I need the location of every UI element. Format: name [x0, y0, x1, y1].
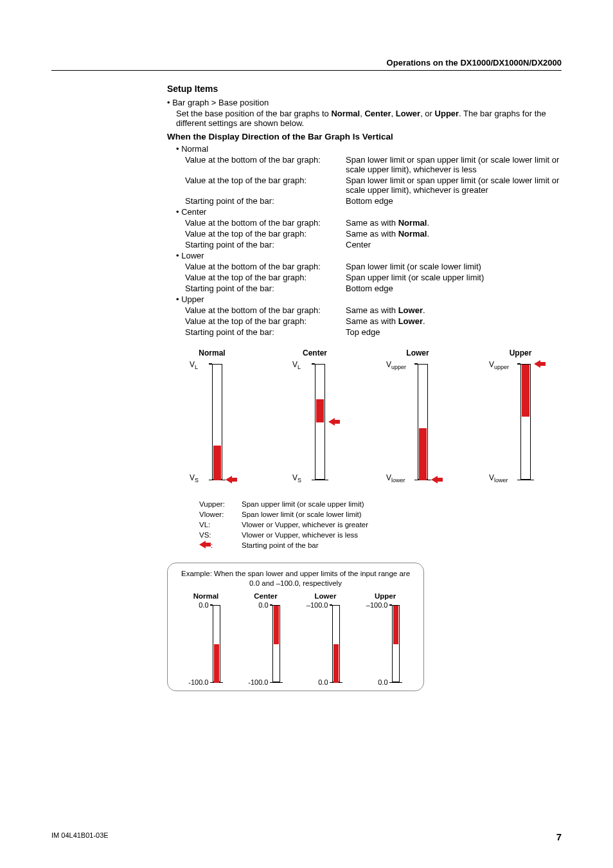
- legend-row: Vupper:Span upper limit (or scale upper …: [199, 499, 562, 509]
- bar-diagrams: NormalVLVSCenterVLVSLowerVupperVlowerUpp…: [167, 348, 562, 480]
- axis-top-label: VL: [292, 360, 301, 370]
- val-bold: Lower: [398, 305, 423, 315]
- example-bottom-label: -100.0: [187, 678, 209, 686]
- bar-outline: [520, 364, 531, 480]
- kv-val: Same as with Lower.: [346, 316, 562, 326]
- val-bold: Normal: [398, 229, 427, 239]
- kv-row: Value at the bottom of the bar graph:Spa…: [167, 155, 562, 174]
- start-arrow-icon: [226, 476, 237, 484]
- bar-diagram: NormalVLVS: [173, 348, 251, 480]
- diagram-body: VupperVlower: [498, 364, 543, 480]
- sep-2: ,: [391, 109, 396, 118]
- legend-key: Vupper:: [199, 499, 242, 509]
- axis-top-label: VL: [190, 360, 198, 370]
- legend-row: :Starting point of the bar: [199, 540, 562, 551]
- content-area: Setup Items Bar graph > Base position Se…: [51, 84, 562, 691]
- val-pre: Same as with: [346, 218, 398, 228]
- kv-row: Value at the top of the bar graph:Same a…: [167, 229, 562, 239]
- val-post: .: [427, 218, 429, 228]
- desc-part-1: Set the base position of the bar graphs …: [176, 109, 331, 118]
- bar-fill: [419, 428, 427, 480]
- setup-item-label: Bar graph > Base position: [167, 98, 562, 107]
- kv-row: Value at the top of the bar graph:Same a…: [167, 316, 562, 326]
- legend-val: Vlower or Vupper, whichever is greater: [242, 520, 368, 530]
- svg-marker-2: [431, 476, 443, 484]
- axis-bottom-label: Vlower: [386, 473, 405, 484]
- footer-doc-id: IM 04L41B01-03E: [51, 831, 109, 842]
- example-bottom-label: 0.0: [366, 678, 388, 686]
- kv-key: Value at the top of the bar graph:: [185, 316, 346, 326]
- legend: Vupper:Span upper limit (or scale upper …: [167, 499, 562, 551]
- svg-marker-4: [199, 541, 211, 548]
- kv-val: Same as with Normal.: [346, 229, 562, 239]
- kv-row: Starting point of the bar:Center: [167, 240, 562, 249]
- kv-key: Value at the top of the bar graph:: [185, 229, 346, 239]
- legend-key: VS:: [199, 530, 242, 540]
- val-post: .: [423, 305, 425, 315]
- mode-center-label: Center: [167, 207, 562, 217]
- opt-center: Center: [364, 109, 391, 118]
- kv-key: Value at the bottom of the bar graph:: [185, 218, 346, 228]
- kv-val: Span lower limit (or scale lower limit): [346, 262, 562, 271]
- bar-diagram: LowerVupperVlower: [379, 348, 456, 480]
- diagram-title: Normal: [199, 348, 225, 357]
- example-top-label: 0.0: [247, 601, 269, 609]
- diagram-title: Upper: [510, 348, 532, 357]
- kv-row: Value at the bottom of the bar graph:Sam…: [167, 218, 562, 228]
- bar-outline: [272, 605, 280, 682]
- kv-key: Starting point of the bar:: [185, 327, 346, 337]
- bar-outline: [332, 605, 340, 682]
- kv-val: Same as with Normal.: [346, 218, 562, 228]
- example-title: Example: When the span lower and upper l…: [176, 569, 415, 588]
- bar-fill: [316, 399, 324, 422]
- val-bold: Lower: [398, 316, 423, 326]
- kv-val: Center: [346, 240, 562, 249]
- section-title: Setup Items: [167, 84, 562, 94]
- val-post: .: [423, 316, 425, 326]
- footer-page-number: 7: [556, 831, 562, 842]
- example-column: Normal0.0-100.0: [181, 592, 232, 682]
- kv-row: Starting point of the bar:Top edge: [167, 327, 562, 337]
- bar-fill: [274, 606, 279, 644]
- bar-outline: [315, 364, 325, 480]
- kv-key: Value at the bottom of the bar graph:: [185, 262, 346, 271]
- kv-val: Top edge: [346, 327, 562, 337]
- kv-key: Value at the top of the bar graph:: [185, 273, 346, 282]
- example-col-title: Lower: [315, 592, 337, 600]
- page-header: Operations on the DX1000/DX1000N/DX2000: [51, 58, 562, 71]
- example-bottom-label: -100.0: [247, 678, 269, 686]
- bar-fill: [522, 365, 529, 417]
- bar-diagram: CenterVLVS: [276, 348, 353, 480]
- opt-upper: Upper: [435, 109, 459, 118]
- legend-val: Vlower or Vupper, whichever is less: [242, 530, 358, 540]
- axis-top-label: Vupper: [489, 360, 509, 370]
- legend-key: Vlower:: [199, 509, 242, 520]
- kv-val: Span lower limit or span upper limit (or…: [346, 155, 562, 174]
- kv-key: Value at the bottom of the bar graph:: [185, 305, 346, 315]
- val-bold: Normal: [398, 218, 427, 228]
- opt-lower: Lower: [396, 109, 420, 118]
- bar-fill: [213, 446, 221, 480]
- example-column: Center0.0-100.0: [240, 592, 292, 682]
- start-arrow-icon: [534, 360, 546, 368]
- axis-bottom-label: Vlower: [489, 473, 508, 484]
- start-arrow-icon: [431, 476, 443, 484]
- example-col-title: Center: [254, 592, 277, 600]
- kv-val: Bottom edge: [346, 196, 562, 206]
- svg-marker-0: [226, 476, 237, 484]
- kv-key: Value at the bottom of the bar graph:: [185, 155, 346, 174]
- diagram-title: Lower: [406, 348, 429, 357]
- legend-val: Span upper limit (or scale upper limit): [242, 499, 364, 509]
- bar-outline: [212, 364, 222, 480]
- axis-bottom-label: VS: [292, 473, 301, 484]
- kv-key: Starting point of the bar:: [185, 284, 346, 293]
- example-top-label: –100.0: [306, 601, 328, 609]
- example-bar: –100.00.0: [306, 605, 345, 682]
- diagram-body: VupperVlower: [395, 364, 440, 480]
- example-col-title: Normal: [193, 592, 219, 600]
- example-row: Normal0.0-100.0Center0.0-100.0Lower–100.…: [176, 592, 415, 682]
- axis-top-label: Vupper: [386, 360, 406, 370]
- example-bar: 0.0-100.0: [187, 605, 226, 682]
- legend-val: Span lower limit (or scale lower limit): [242, 509, 362, 520]
- bar-fill: [393, 606, 398, 644]
